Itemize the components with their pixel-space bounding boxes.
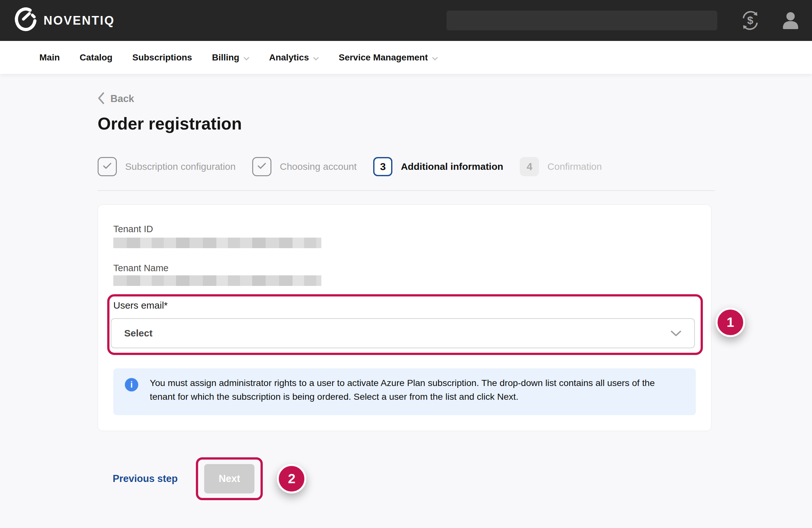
chevron-left-icon (98, 92, 105, 106)
step-label: Subscription configuration (125, 161, 235, 172)
step-label: Choosing account (280, 161, 357, 172)
step-check-box (252, 157, 272, 176)
info-icon: i (125, 378, 138, 391)
step-number-box: 3 (373, 157, 392, 176)
step-check-box (98, 157, 117, 176)
chevron-down-icon (244, 52, 249, 63)
order-registration-page: NOVENTIQ $ Main Catalo (0, 0, 812, 528)
step-choosing-account[interactable]: Choosing account (252, 157, 357, 176)
nav-item-service-management[interactable]: Service Management (339, 52, 438, 63)
step-additional-information[interactable]: 3 Additional information (373, 157, 503, 176)
brand-name: NOVENTIQ (44, 14, 115, 28)
info-text: You must assign administrator rights to … (150, 376, 662, 404)
page-content: Back Order registration Subscription con… (0, 92, 812, 500)
nav-label: Billing (212, 52, 240, 63)
step-label: Additional information (401, 161, 503, 172)
users-email-select-value: Select (124, 328, 153, 339)
chevron-down-icon (313, 52, 319, 63)
users-email-label: Users email* (113, 300, 168, 311)
info-box: i You must assign administrator rights t… (113, 368, 696, 415)
tenant-id-value-redacted (113, 238, 321, 248)
back-link[interactable]: Back (98, 92, 134, 106)
nav-item-subscriptions[interactable]: Subscriptions (132, 52, 192, 63)
currency-exchange-icon[interactable]: $ (740, 10, 761, 31)
next-button[interactable]: Next (204, 464, 255, 494)
step-confirmation: 4 Confirmation (520, 157, 602, 176)
annotation-badge-2: 2 (277, 464, 306, 494)
wizard-stepper: Subscription configuration Choosing acco… (98, 157, 812, 176)
header-icons: $ (740, 10, 801, 31)
nav-label: Main (39, 52, 60, 63)
step-number-box: 4 (520, 157, 539, 176)
nav-label: Subscriptions (132, 52, 192, 63)
tenant-name-label: Tenant Name (113, 263, 169, 273)
annotation-badge-1: 1 (716, 308, 745, 337)
top-header-bar: NOVENTIQ $ (0, 0, 812, 41)
chevron-down-icon (670, 330, 681, 336)
back-label: Back (111, 93, 134, 105)
tenant-name-value-redacted (113, 275, 321, 286)
tenant-id-label: Tenant ID (113, 224, 153, 235)
nav-item-catalog[interactable]: Catalog (80, 52, 113, 63)
nav-item-main[interactable]: Main (39, 52, 60, 63)
nav-label: Analytics (269, 52, 309, 63)
nav-label: Service Management (339, 52, 428, 63)
step-label: Confirmation (547, 161, 602, 172)
step-subscription-configuration[interactable]: Subscription configuration (98, 157, 235, 176)
stepper-divider (98, 190, 715, 191)
nav-label: Catalog (80, 52, 113, 63)
main-navigation: Main Catalog Subscriptions Billing Analy… (0, 41, 812, 74)
annotation-highlight-next-button: Next (196, 457, 263, 500)
nav-item-billing[interactable]: Billing (212, 52, 249, 63)
additional-information-card: Tenant ID Tenant Name Users email* Selec… (98, 205, 711, 431)
svg-text:$: $ (748, 14, 753, 26)
header-search-input[interactable] (447, 11, 717, 30)
checkmark-icon (103, 163, 112, 171)
users-email-select[interactable]: Select (111, 318, 695, 348)
page-title: Order registration (98, 114, 812, 133)
noventiq-logo-icon (15, 7, 37, 34)
user-profile-icon[interactable] (780, 10, 801, 31)
checkmark-icon (257, 163, 266, 171)
previous-step-link[interactable]: Previous step (113, 473, 178, 484)
nav-item-analytics[interactable]: Analytics (269, 52, 319, 63)
noventiq-logo[interactable]: NOVENTIQ (15, 7, 115, 34)
chevron-down-icon (432, 52, 438, 63)
wizard-actions: Previous step Next 2 (98, 457, 812, 500)
